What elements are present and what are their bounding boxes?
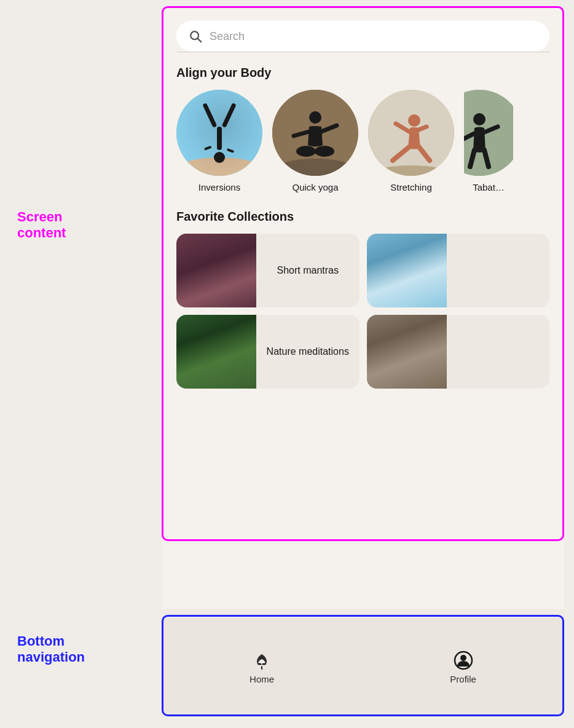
svg-point-15: [296, 146, 316, 157]
profile-label: Profile: [450, 674, 476, 684]
svg-rect-5: [204, 146, 212, 151]
stretching-figure: [368, 90, 454, 176]
search-divider: [176, 52, 549, 52]
collections-title: Favorite Collections: [176, 210, 549, 224]
stretching-label: Stretching: [390, 182, 432, 192]
svg-point-3: [176, 157, 262, 176]
list-item[interactable]: Quick yoga: [272, 90, 358, 192]
svg-point-32: [460, 655, 466, 661]
quickyoga-image: [272, 90, 358, 176]
tabata-figure: [464, 90, 513, 176]
list-item[interactable]: Stretching: [368, 90, 454, 192]
list-item[interactable]: [367, 234, 550, 307]
circle-row: Inversions: [162, 90, 564, 192]
svg-point-25: [473, 113, 486, 125]
svg-rect-6: [227, 148, 235, 153]
list-item[interactable]: [367, 315, 550, 389]
search-placeholder: Search: [210, 30, 245, 43]
inversions-label: Inversions: [199, 182, 240, 192]
stones-thumbnail: [367, 315, 447, 389]
svg-rect-2: [176, 90, 262, 176]
tabata-image: [464, 90, 513, 176]
svg-point-19: [408, 114, 420, 127]
screen-content-label: Screencontent: [17, 209, 66, 242]
profile-icon: [454, 651, 473, 670]
bottom-nav: Home Profile: [162, 618, 564, 716]
search-bar[interactable]: Search: [176, 21, 549, 52]
water-thumbnail: [367, 234, 447, 307]
quickyoga-label: Quick yoga: [292, 182, 338, 192]
quickyoga-figure: [272, 90, 358, 176]
nav-item-profile[interactable]: Profile: [425, 641, 501, 694]
svg-rect-8: [202, 103, 217, 128]
inversions-figure: [176, 90, 262, 176]
mantras-thumbnail: [176, 234, 256, 307]
nav-item-home[interactable]: Home: [225, 641, 299, 694]
list-item[interactable]: Nature meditations: [176, 315, 360, 389]
tabata-label: Tabat…: [473, 182, 505, 192]
svg-rect-7: [217, 127, 222, 150]
collections-grid: Short mantras Nature meditations: [162, 234, 564, 389]
svg-rect-9: [222, 103, 237, 128]
stretching-image: [368, 90, 454, 176]
nature-label: Nature meditations: [256, 346, 360, 357]
app-container: Search Align your Body: [162, 6, 564, 716]
home-icon: [252, 651, 272, 670]
bottom-nav-label: Bottomnavigation: [17, 633, 85, 666]
list-item[interactable]: Tabat…: [464, 90, 513, 192]
svg-point-4: [214, 152, 225, 163]
svg-line-1: [198, 39, 202, 42]
list-item[interactable]: Inversions: [176, 90, 262, 192]
list-item[interactable]: Short mantras: [176, 234, 360, 307]
mantras-label: Short mantras: [256, 265, 360, 276]
home-label: Home: [250, 674, 274, 684]
align-body-title: Align your Body: [176, 66, 549, 80]
svg-point-12: [309, 111, 321, 124]
nature-thumbnail: [176, 315, 256, 389]
inversions-image: [176, 90, 262, 176]
search-icon: [189, 30, 202, 43]
svg-point-16: [315, 146, 334, 157]
